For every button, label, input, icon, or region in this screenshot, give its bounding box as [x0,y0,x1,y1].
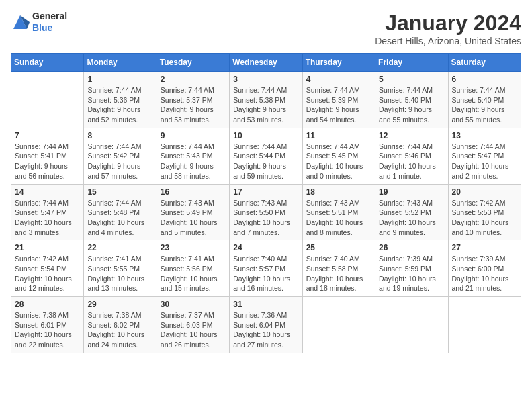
calendar-cell [11,72,84,128]
calendar-cell: 27Sunrise: 7:39 AM Sunset: 6:00 PM Dayli… [448,240,521,297]
column-header-thursday: Thursday [302,54,375,72]
calendar-cell: 18Sunrise: 7:43 AM Sunset: 5:51 PM Dayli… [302,184,375,240]
calendar-cell: 3Sunrise: 7:44 AM Sunset: 5:38 PM Daylig… [230,72,302,128]
day-info: Sunrise: 7:43 AM Sunset: 5:52 PM Dayligh… [379,198,444,238]
calendar-cell: 23Sunrise: 7:41 AM Sunset: 5:56 PM Dayli… [157,240,229,297]
day-number: 10 [233,131,298,140]
logo-blue: Blue [32,22,67,34]
logo-general: General [32,11,67,22]
calendar-cell: 8Sunrise: 7:44 AM Sunset: 5:42 PM Daylig… [84,128,157,184]
calendar-cell: 16Sunrise: 7:43 AM Sunset: 5:49 PM Dayli… [157,184,229,240]
day-info: Sunrise: 7:44 AM Sunset: 5:48 PM Dayligh… [87,198,152,238]
calendar-cell: 19Sunrise: 7:43 AM Sunset: 5:52 PM Dayli… [375,184,448,240]
day-info: Sunrise: 7:44 AM Sunset: 5:42 PM Dayligh… [87,142,152,181]
calendar-cell: 25Sunrise: 7:40 AM Sunset: 5:58 PM Dayli… [302,240,375,297]
page-header: General Blue January 2024 Desert Hills, … [11,11,521,46]
calendar-cell: 17Sunrise: 7:43 AM Sunset: 5:50 PM Dayli… [230,184,302,240]
day-info: Sunrise: 7:39 AM Sunset: 6:00 PM Dayligh… [452,254,517,293]
day-number: 1 [87,75,152,84]
calendar-cell: 7Sunrise: 7:44 AM Sunset: 5:41 PM Daylig… [11,128,84,184]
day-info: Sunrise: 7:43 AM Sunset: 5:51 PM Dayligh… [306,198,371,238]
day-info: Sunrise: 7:44 AM Sunset: 5:37 PM Dayligh… [161,85,226,125]
calendar-cell: 9Sunrise: 7:44 AM Sunset: 5:43 PM Daylig… [157,128,229,184]
calendar-cell: 4Sunrise: 7:44 AM Sunset: 5:39 PM Daylig… [302,72,375,128]
calendar-cell [375,297,448,353]
day-info: Sunrise: 7:44 AM Sunset: 5:41 PM Dayligh… [15,142,80,181]
month-title: January 2024 [375,11,521,36]
day-number: 11 [306,131,371,140]
calendar-cell: 26Sunrise: 7:39 AM Sunset: 5:59 PM Dayli… [375,240,448,297]
calendar-cell: 21Sunrise: 7:42 AM Sunset: 5:54 PM Dayli… [11,240,84,297]
day-number: 9 [161,131,226,140]
day-info: Sunrise: 7:44 AM Sunset: 5:46 PM Dayligh… [379,142,444,181]
calendar-cell: 2Sunrise: 7:44 AM Sunset: 5:37 PM Daylig… [157,72,229,128]
calendar-cell: 1Sunrise: 7:44 AM Sunset: 5:36 PM Daylig… [84,72,157,128]
calendar-header: SundayMondayTuesdayWednesdayThursdayFrid… [11,54,521,72]
day-info: Sunrise: 7:37 AM Sunset: 6:03 PM Dayligh… [161,310,226,350]
day-number: 7 [15,131,80,140]
day-info: Sunrise: 7:43 AM Sunset: 5:49 PM Dayligh… [161,198,226,238]
day-info: Sunrise: 7:43 AM Sunset: 5:50 PM Dayligh… [233,198,298,238]
day-number: 20 [452,187,517,197]
day-number: 2 [161,75,226,84]
day-number: 24 [233,243,298,253]
location: Desert Hills, Arizona, United States [375,36,521,46]
day-number: 31 [233,300,298,309]
day-info: Sunrise: 7:42 AM Sunset: 5:54 PM Dayligh… [15,254,80,293]
column-header-sunday: Sunday [11,54,84,72]
day-info: Sunrise: 7:44 AM Sunset: 5:44 PM Dayligh… [233,142,298,181]
day-info: Sunrise: 7:41 AM Sunset: 5:56 PM Dayligh… [161,254,226,293]
day-info: Sunrise: 7:44 AM Sunset: 5:45 PM Dayligh… [306,142,371,181]
day-number: 21 [15,243,80,253]
day-info: Sunrise: 7:38 AM Sunset: 6:02 PM Dayligh… [87,310,152,350]
day-number: 12 [379,131,444,140]
day-number: 8 [87,131,152,140]
calendar-cell: 13Sunrise: 7:44 AM Sunset: 5:47 PM Dayli… [448,128,521,184]
calendar-cell: 28Sunrise: 7:38 AM Sunset: 6:01 PM Dayli… [11,297,84,353]
calendar-week-4: 21Sunrise: 7:42 AM Sunset: 5:54 PM Dayli… [11,240,521,297]
day-number: 5 [379,75,444,84]
column-header-saturday: Saturday [448,54,521,72]
day-number: 3 [233,75,298,84]
day-number: 4 [306,75,371,84]
day-number: 22 [87,243,152,253]
day-number: 27 [452,243,517,253]
day-info: Sunrise: 7:38 AM Sunset: 6:01 PM Dayligh… [15,310,80,350]
day-number: 28 [15,300,80,309]
calendar-cell: 22Sunrise: 7:41 AM Sunset: 5:55 PM Dayli… [84,240,157,297]
day-number: 30 [161,300,226,309]
calendar-week-1: 1Sunrise: 7:44 AM Sunset: 5:36 PM Daylig… [11,72,521,128]
day-number: 16 [161,187,226,197]
calendar-cell: 10Sunrise: 7:44 AM Sunset: 5:44 PM Dayli… [230,128,302,184]
column-header-wednesday: Wednesday [230,54,302,72]
calendar-header-row: SundayMondayTuesdayWednesdayThursdayFrid… [11,54,521,72]
calendar-cell: 15Sunrise: 7:44 AM Sunset: 5:48 PM Dayli… [84,184,157,240]
day-number: 6 [452,75,517,84]
day-info: Sunrise: 7:40 AM Sunset: 5:57 PM Dayligh… [233,254,298,293]
logo: General Blue [11,11,67,34]
calendar-cell [448,297,521,353]
calendar-cell: 12Sunrise: 7:44 AM Sunset: 5:46 PM Dayli… [375,128,448,184]
day-info: Sunrise: 7:44 AM Sunset: 5:47 PM Dayligh… [452,142,517,181]
calendar-body: 1Sunrise: 7:44 AM Sunset: 5:36 PM Daylig… [11,72,521,353]
calendar-cell: 14Sunrise: 7:44 AM Sunset: 5:47 PM Dayli… [11,184,84,240]
day-info: Sunrise: 7:39 AM Sunset: 5:59 PM Dayligh… [379,254,444,293]
calendar-cell: 5Sunrise: 7:44 AM Sunset: 5:40 PM Daylig… [375,72,448,128]
day-number: 14 [15,187,80,197]
column-header-friday: Friday [375,54,448,72]
calendar-table: SundayMondayTuesdayWednesdayThursdayFrid… [11,53,521,353]
title-block: January 2024 Desert Hills, Arizona, Unit… [375,11,521,46]
day-info: Sunrise: 7:44 AM Sunset: 5:40 PM Dayligh… [379,85,444,125]
day-info: Sunrise: 7:42 AM Sunset: 5:53 PM Dayligh… [452,198,517,238]
calendar-cell [302,297,375,353]
calendar-week-5: 28Sunrise: 7:38 AM Sunset: 6:01 PM Dayli… [11,297,521,353]
day-info: Sunrise: 7:36 AM Sunset: 6:04 PM Dayligh… [233,310,298,350]
column-header-tuesday: Tuesday [157,54,229,72]
calendar-cell: 31Sunrise: 7:36 AM Sunset: 6:04 PM Dayli… [230,297,302,353]
day-number: 19 [379,187,444,197]
calendar-cell: 20Sunrise: 7:42 AM Sunset: 5:53 PM Dayli… [448,184,521,240]
day-number: 13 [452,131,517,140]
calendar-week-2: 7Sunrise: 7:44 AM Sunset: 5:41 PM Daylig… [11,128,521,184]
calendar-week-3: 14Sunrise: 7:44 AM Sunset: 5:47 PM Dayli… [11,184,521,240]
day-number: 23 [161,243,226,253]
